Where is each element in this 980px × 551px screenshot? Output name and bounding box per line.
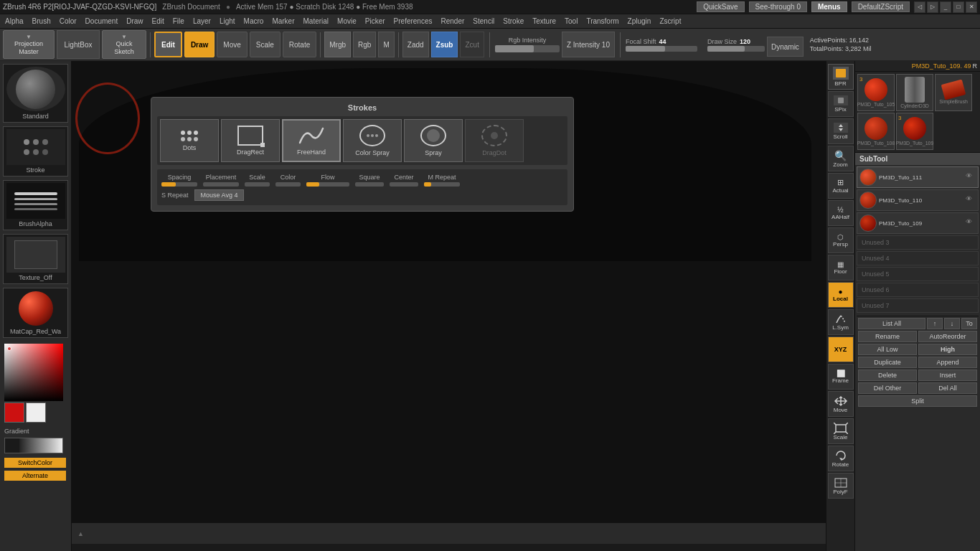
- subtool-unused-5[interactable]: Unused 5: [857, 267, 979, 281]
- lightbox-button[interactable]: LightBox: [57, 30, 100, 59]
- thumb-pm3d-105[interactable]: 3 PM3D_Tuto_105: [857, 74, 895, 111]
- subtool-eye-110[interactable]: 👁: [966, 195, 976, 205]
- texture-off-thumb[interactable]: Texture_Off: [3, 234, 68, 284]
- rotate-tool-button[interactable]: Rotate: [828, 446, 854, 471]
- placement-slider[interactable]: [203, 182, 239, 187]
- menu-color[interactable]: Color: [56, 16, 80, 27]
- scale-tool-button[interactable]: Scale: [828, 418, 854, 444]
- rgb-button[interactable]: Rgb: [353, 32, 376, 57]
- square-slider[interactable]: [355, 182, 384, 187]
- canvas-area[interactable]: Strokes Dots: [72, 61, 826, 551]
- brush-alpha-thumb[interactable]: BrushAlpha: [3, 180, 68, 230]
- color-picker[interactable]: [3, 342, 68, 424]
- rgb-intensity-slider[interactable]: [495, 45, 560, 52]
- m-button[interactable]: M: [378, 32, 394, 57]
- local-button[interactable]: ● Local: [828, 282, 854, 308]
- win-icon-2[interactable]: ▷: [927, 1, 938, 13]
- matcap-thumb[interactable]: MatCap_Red_Wa: [3, 288, 68, 338]
- zcut-button[interactable]: Zcut: [460, 32, 484, 57]
- focal-shift-slider[interactable]: [626, 46, 697, 52]
- floor-button[interactable]: ▦ Floor: [828, 255, 854, 281]
- menu-stencil[interactable]: Stencil: [469, 16, 498, 27]
- subtool-unused-6[interactable]: Unused 6: [857, 283, 979, 297]
- stroke-spray-btn[interactable]: Spray: [404, 119, 463, 162]
- projection-master-button[interactable]: ▼ Projection Master: [3, 30, 55, 59]
- subtool-eye-109[interactable]: 👁: [966, 218, 976, 228]
- append-button[interactable]: Append: [918, 357, 977, 368]
- del-other-button[interactable]: Del Other: [858, 382, 917, 394]
- draw-button[interactable]: Draw: [184, 32, 215, 57]
- thumb-pm3d-108[interactable]: PM3D_Tuto_108: [857, 113, 895, 150]
- menu-material[interactable]: Material: [300, 16, 333, 27]
- gradient-bar[interactable]: [4, 438, 63, 453]
- lsym-button[interactable]: L.Sym: [828, 309, 854, 335]
- standard-brush-thumb[interactable]: Standard: [3, 64, 68, 123]
- win-maximize[interactable]: □: [953, 1, 964, 13]
- all-high-button[interactable]: High: [918, 344, 977, 355]
- mouse-avg-btn[interactable]: Mouse Avg 4: [194, 189, 245, 201]
- list-all-button[interactable]: List All: [858, 318, 925, 329]
- subtool-row-109[interactable]: PM3D_Tuto_109 👁: [857, 212, 979, 234]
- menu-brush[interactable]: Brush: [29, 16, 55, 27]
- quick-save-button[interactable]: QuickSave: [697, 1, 744, 12]
- scale-button[interactable]: Scale: [250, 32, 281, 57]
- menu-tool[interactable]: Tool: [561, 16, 581, 27]
- color-ctrl-slider[interactable]: [275, 182, 301, 187]
- auto-reorder-button[interactable]: AutoReorder: [918, 331, 977, 342]
- stroke-dragdot-btn[interactable]: DragDot: [465, 119, 524, 162]
- z-intensity-btn[interactable]: Z Intensity 10: [562, 32, 615, 57]
- menu-alpha[interactable]: Alpha: [1, 16, 27, 27]
- move-tool-button[interactable]: Move: [828, 391, 854, 417]
- win-minimize[interactable]: _: [940, 1, 951, 13]
- delete-button[interactable]: Delete: [858, 369, 917, 381]
- menu-marker[interactable]: Marker: [268, 16, 298, 27]
- m-repeat-slider[interactable]: [424, 182, 460, 187]
- stroke-freehand-btn[interactable]: FreeHand: [282, 119, 341, 162]
- spix-button[interactable]: SPix: [828, 91, 854, 117]
- quick-sketch-button[interactable]: ▼ QuickSketch: [102, 30, 146, 59]
- menu-layer[interactable]: Layer: [189, 16, 215, 27]
- persp-button[interactable]: ⬡ Persp: [828, 227, 854, 253]
- menu-preferences[interactable]: Preferences: [390, 16, 436, 27]
- foreground-swatch[interactable]: [4, 402, 24, 423]
- rotate-button[interactable]: Rotate: [283, 32, 316, 57]
- menu-macro[interactable]: Macro: [240, 16, 268, 27]
- win-icon-1[interactable]: ◁: [914, 1, 925, 13]
- arrow-up-button[interactable]: ↑: [927, 318, 943, 329]
- switch-color-button[interactable]: SwitchColor: [4, 458, 66, 468]
- menu-document[interactable]: Document: [82, 16, 122, 27]
- flow-slider[interactable]: [306, 182, 349, 187]
- mrgb-button[interactable]: Mrgb: [324, 32, 351, 57]
- subtool-unused-3[interactable]: Unused 3: [857, 235, 979, 250]
- menu-zplugin[interactable]: Zplugin: [624, 16, 655, 27]
- stroke-thumb[interactable]: Stroke: [3, 126, 68, 176]
- zadd-button[interactable]: Zadd: [402, 32, 429, 57]
- menu-file[interactable]: File: [169, 16, 188, 27]
- subtool-unused-4[interactable]: Unused 4: [857, 251, 979, 265]
- arrow-down-button[interactable]: ↓: [944, 318, 960, 329]
- menu-picker[interactable]: Picker: [362, 16, 389, 27]
- insert-button[interactable]: Insert: [918, 369, 977, 381]
- bpr-button[interactable]: BPR: [828, 64, 854, 90]
- draw-size-slider[interactable]: [707, 46, 765, 52]
- edit-button[interactable]: Edit: [154, 32, 182, 57]
- to-button[interactable]: To: [961, 318, 977, 329]
- actual-button[interactable]: ⊞ Actual: [828, 173, 854, 199]
- xyz-button[interactable]: XYZ: [828, 336, 854, 362]
- zsub-button[interactable]: Zsub: [431, 32, 458, 57]
- menu-light[interactable]: Light: [216, 16, 239, 27]
- subtool-row-111[interactable]: PM3D_Tuto_111 👁: [857, 166, 979, 188]
- background-swatch[interactable]: [26, 402, 46, 423]
- menu-render[interactable]: Render: [438, 16, 468, 27]
- move-button[interactable]: Move: [217, 32, 247, 57]
- scale-ctrl-slider[interactable]: [245, 182, 270, 187]
- dynamic-button[interactable]: Dynamic: [767, 37, 804, 57]
- center-slider[interactable]: [390, 182, 418, 187]
- see-through-button[interactable]: See-through 0: [749, 1, 807, 12]
- thumb-simplebrush[interactable]: SimpleBrush: [935, 74, 972, 111]
- menu-stroke[interactable]: Stroke: [499, 16, 527, 27]
- frame-button[interactable]: ⬜ Frame: [828, 364, 854, 390]
- menu-texture[interactable]: Texture: [529, 16, 560, 27]
- subtool-eye-111[interactable]: 👁: [966, 172, 976, 182]
- stroke-dragrect-btn[interactable]: DragRect: [221, 119, 280, 162]
